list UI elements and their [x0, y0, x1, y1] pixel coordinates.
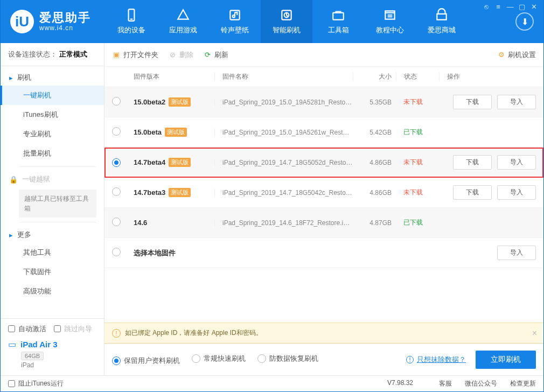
- row-version: 14.7beta3: [134, 188, 165, 197]
- row-filename: iPad_Spring_2019_15.0_19A5281h_Restore.i…: [214, 99, 353, 106]
- sidebar-item-pro[interactable]: 专业刷机: [1, 124, 104, 144]
- maximize-icon[interactable]: ▢: [518, 3, 526, 11]
- download-button[interactable]: 下载: [453, 185, 492, 200]
- group-icon: ▸: [9, 74, 13, 82]
- alert-close-icon[interactable]: ×: [532, 328, 537, 338]
- nav-ringtones[interactable]: 铃声壁纸: [209, 0, 261, 43]
- alert-text: 如已绑定 Apple ID，请准备好 Apple ID和密码。: [125, 328, 262, 338]
- delete-button: ⊘ 删除: [168, 50, 193, 60]
- folder-icon: ▣: [112, 51, 121, 59]
- row-radio[interactable]: [112, 97, 121, 106]
- refresh-button[interactable]: ⟳ 刷新: [203, 50, 228, 60]
- table-row[interactable]: 14.7beta4测试版iPad_Spring_2019_14.7_18G505…: [104, 148, 543, 178]
- statusbar-link[interactable]: 微信公众号: [465, 380, 497, 387]
- nav-my-device[interactable]: 我的设备: [106, 0, 157, 43]
- table-row[interactable]: 14.7beta3测试版iPad_Spring_2019_14.7_18G504…: [104, 178, 543, 208]
- nav-label: 教程中心: [376, 25, 404, 35]
- download-button[interactable]: 下载: [453, 95, 492, 109]
- row-size: 4.86GB: [353, 189, 396, 197]
- window-controls: ⎋ ≡ — ▢ ✕: [477, 0, 543, 13]
- block-itunes-checkbox[interactable]: 阻止iTunes运行: [8, 379, 64, 388]
- row-radio[interactable]: [112, 218, 121, 226]
- sidebar-item-itunes[interactable]: iTunes刷机: [1, 105, 104, 124]
- beta-tag: 测试版: [169, 158, 191, 167]
- svg-rect-5: [333, 13, 344, 20]
- flash-icon: [280, 8, 294, 22]
- app-header: iU 爱思助手 www.i4.cn 我的设备应用游戏铃声壁纸智能刷机工具箱教程中…: [1, 0, 543, 43]
- minimize-icon[interactable]: —: [506, 3, 514, 11]
- close-icon[interactable]: ✕: [529, 3, 538, 11]
- download-button[interactable]: 下载: [453, 155, 492, 170]
- sidebar-item-advanced[interactable]: 高级功能: [1, 282, 104, 301]
- sidebar-note: 越狱工具已转移至工具箱: [19, 190, 96, 218]
- sidebar-item-download-fw[interactable]: 下载固件: [1, 262, 104, 282]
- import-button[interactable]: 导入: [497, 185, 536, 200]
- nav-flash[interactable]: 智能刷机: [261, 0, 312, 43]
- erase-data-link[interactable]: 只想抹除数据？: [417, 355, 466, 365]
- beta-tag: 测试版: [169, 97, 191, 107]
- delete-icon: ⊘: [168, 51, 177, 59]
- connection-status: 设备连接状态： 正常模式: [1, 43, 104, 66]
- menu-icon[interactable]: ≡: [494, 3, 503, 11]
- row-size: 4.87GB: [353, 219, 396, 227]
- statusbar-link[interactable]: 检查更新: [510, 380, 536, 387]
- row-radio[interactable]: [112, 158, 121, 167]
- flash-option-keep[interactable]: 保留用户资料刷机: [112, 356, 180, 366]
- row-radio[interactable]: [112, 127, 121, 136]
- flash-option-fast[interactable]: 常规快速刷机: [192, 354, 246, 363]
- statusbar: 阻止iTunes运行 V7.98.32 客服微信公众号检查更新: [1, 375, 543, 391]
- my-device-icon: [124, 8, 138, 22]
- row-version: 14.6: [134, 219, 147, 227]
- row-radio[interactable]: [112, 187, 121, 196]
- flash-options-bar: 保留用户资料刷机常规快速刷机防数据恢复刷机 ! 只想抹除数据？ 立即刷机: [104, 344, 543, 375]
- import-button[interactable]: 导入: [497, 95, 536, 109]
- device-info[interactable]: ▭ iPad Air 3: [8, 339, 96, 349]
- beta-tag: 测试版: [165, 128, 187, 137]
- device-model: iPad: [21, 361, 96, 369]
- nav-apps[interactable]: 应用游戏: [157, 0, 209, 43]
- refresh-icon: ⟳: [203, 51, 212, 59]
- skin-icon[interactable]: ⎋: [482, 3, 491, 11]
- skip-guide-checkbox[interactable]: 跳过向导: [54, 324, 92, 334]
- row-filename: iPad_Spring_2019_14.7_18G5052d_Restore.i…: [214, 159, 353, 166]
- open-folder-button[interactable]: ▣ 打开文件夹: [112, 50, 158, 60]
- nav-store[interactable]: 爱思商城: [416, 0, 468, 43]
- option-radio[interactable]: [257, 354, 266, 363]
- firmware-list: 15.0beta2测试版iPad_Spring_2019_15.0_19A528…: [104, 87, 543, 323]
- apple-id-alert: ! 如已绑定 Apple ID，请准备好 Apple ID和密码。 ×: [104, 323, 543, 344]
- row-radio[interactable]: [112, 248, 121, 256]
- flash-now-button[interactable]: 立即刷机: [476, 351, 536, 369]
- download-icon: ⬇: [521, 17, 528, 27]
- row-state: 未下载: [396, 188, 439, 197]
- app-name: 爱思助手: [39, 11, 91, 24]
- sidebar-item-other-tools[interactable]: 其他工具: [1, 243, 104, 262]
- auto-activate-checkbox[interactable]: 自动激活: [8, 324, 46, 334]
- beta-tag: 测试版: [169, 188, 191, 197]
- option-radio[interactable]: [192, 354, 200, 363]
- import-button[interactable]: 导入: [497, 155, 536, 170]
- table-row[interactable]: 14.6iPad_Spring_2019_14.6_18F72_Restore.…: [104, 208, 543, 238]
- flash-option-recovery[interactable]: 防数据恢复刷机: [257, 354, 318, 363]
- info-icon: !: [406, 356, 414, 363]
- option-radio[interactable]: [112, 356, 121, 365]
- table-row-local[interactable]: 选择本地固件导入: [104, 238, 543, 268]
- sidebar-item-oneclick[interactable]: 一键刷机: [1, 86, 104, 105]
- content: ▣ 打开文件夹 ⊘ 删除 ⟳ 刷新 ⚙ 刷机设置 固件版本 固件名称 大小 状态…: [104, 43, 543, 375]
- nav-label: 爱思商城: [428, 25, 456, 35]
- table-row[interactable]: 15.0beta2测试版iPad_Spring_2019_15.0_19A528…: [104, 87, 543, 117]
- row-version: 15.0beta: [134, 128, 162, 136]
- tutorials-icon: [383, 8, 397, 22]
- warning-icon: !: [112, 329, 121, 338]
- table-row[interactable]: 15.0beta测试版iPad_Spring_2019_15.0_19A5261…: [104, 117, 543, 148]
- nav-tools[interactable]: 工具箱: [312, 0, 364, 43]
- row-state: 已下载: [396, 128, 439, 137]
- import-button[interactable]: 导入: [497, 246, 536, 260]
- logo-mark: iU: [10, 10, 34, 33]
- sidebar-item-batch[interactable]: 批量刷机: [1, 144, 104, 163]
- store-icon: [435, 8, 449, 22]
- statusbar-link[interactable]: 客服: [439, 380, 452, 387]
- flash-settings-button[interactable]: ⚙ 刷机设置: [498, 50, 536, 60]
- row-state: 未下载: [396, 158, 439, 167]
- nav-label: 智能刷机: [273, 25, 301, 35]
- nav-tutorials[interactable]: 教程中心: [364, 0, 416, 43]
